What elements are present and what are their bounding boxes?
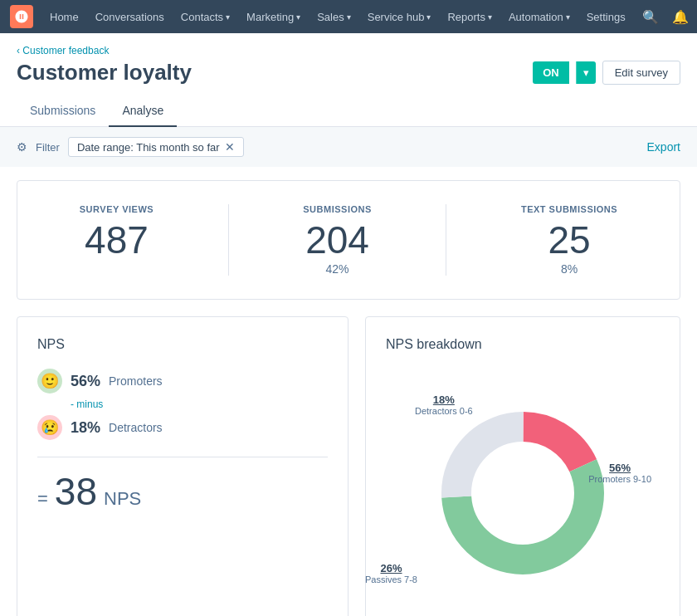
nav-contacts[interactable]: Contacts▾ [174, 0, 236, 33]
nps-card-title: NPS [37, 337, 328, 352]
nav-service-hub[interactable]: Service hub▾ [361, 0, 438, 33]
edit-survey-button[interactable]: Edit survey [602, 61, 680, 85]
page-title: Customer loyalty [17, 60, 192, 86]
detractor-label: Detractors [109, 421, 163, 434]
stat-submissions-value: 204 [303, 221, 372, 259]
stat-text-submissions-sub: 8% [521, 262, 617, 276]
promoter-emoji: 🙂 [37, 369, 62, 394]
detractor-percent: 18% [71, 419, 100, 437]
promoters-label: 56% Promoters 9-10 [588, 462, 651, 484]
bottom-row: NPS 🙂 56% Promoters - minus 😢 18% Detrac… [17, 316, 680, 616]
nav-marketing[interactable]: Marketing▾ [240, 0, 307, 33]
donut-chart [431, 402, 614, 584]
detractor-emoji: 😢 [37, 415, 62, 440]
tab-submissions[interactable]: Submissions [17, 95, 109, 127]
filter-tag-text: Date range: This month so far [77, 141, 220, 154]
stat-survey-views-label: SURVEY VIEWS [80, 204, 154, 214]
nps-divider [37, 457, 328, 457]
toggle-on-button[interactable]: ON [533, 61, 569, 84]
promoters-pct: 56% [588, 462, 651, 474]
page-content: Customer feedback Customer loyalty ON ▾ … [0, 33, 697, 616]
promoter-percent: 56% [71, 373, 100, 390]
stat-submissions-sub: 42% [303, 262, 372, 276]
stat-text-submissions: TEXT SUBMISSIONS 25 8% [521, 204, 617, 276]
filter-icon[interactable]: ⚙ [17, 140, 27, 154]
passives-desc: Passives 7-8 [365, 574, 417, 584]
hubspot-logo[interactable] [10, 5, 33, 28]
promoter-label: Promoters [109, 374, 163, 388]
stat-text-submissions-value: 25 [521, 221, 617, 259]
stat-survey-views: SURVEY VIEWS 487 [80, 204, 154, 259]
nav-conversations[interactable]: Conversations [89, 0, 171, 33]
nps-label: NPS [104, 488, 141, 510]
passives-label: 26% Passives 7-8 [365, 562, 417, 584]
toggle-dropdown-button[interactable]: ▾ [576, 61, 596, 84]
promoters-desc: Promoters 9-10 [588, 474, 651, 484]
filter-left: ⚙ Filter Date range: This month so far ✕ [17, 137, 244, 157]
nps-breakdown-card: NPS breakdown [365, 316, 680, 616]
passives-pct: 26% [365, 562, 417, 574]
nav-home[interactable]: Home [43, 0, 85, 33]
nps-equals-sign: = [37, 488, 48, 510]
stat-submissions-label: SUBMISSIONS [303, 204, 372, 214]
minus-text: - minus [71, 398, 103, 410]
main-content: SURVEY VIEWS 487 SUBMISSIONS 204 42% TEX… [0, 167, 697, 616]
nav-sales[interactable]: Sales▾ [310, 0, 358, 33]
nps-breakdown-title: NPS breakdown [386, 337, 660, 352]
nav-automation[interactable]: Automation▾ [502, 0, 577, 33]
donut-chart-container: 18% Detractors 0-6 26% Passives 7-8 56% … [386, 369, 660, 601]
stat-survey-views-value: 487 [80, 221, 154, 259]
detractors-desc: Detractors 0-6 [415, 406, 473, 416]
filter-tag-close-icon[interactable]: ✕ [225, 140, 235, 154]
filter-bar: ⚙ Filter Date range: This month so far ✕… [0, 127, 697, 167]
filter-label[interactable]: Filter [36, 141, 60, 154]
page-header: Customer loyalty ON ▾ Edit survey [0, 56, 697, 86]
breadcrumb: Customer feedback [0, 33, 697, 56]
search-icon[interactable]: 🔍 [639, 6, 662, 28]
stat-divider-2 [446, 204, 446, 276]
notifications-icon[interactable]: 🔔 [669, 6, 692, 28]
stat-text-submissions-label: TEXT SUBMISSIONS [521, 204, 617, 214]
nps-score: 38 [55, 469, 97, 514]
nps-promoter-row: 🙂 56% Promoters [37, 369, 328, 394]
detractors-label: 18% Detractors 0-6 [415, 394, 473, 416]
nav-settings[interactable]: Settings [580, 0, 632, 33]
breadcrumb-link[interactable]: Customer feedback [17, 45, 109, 56]
nps-card: NPS 🙂 56% Promoters - minus 😢 18% Detrac… [17, 316, 348, 616]
tab-analyse[interactable]: Analyse [109, 95, 177, 127]
stat-submissions: SUBMISSIONS 204 42% [303, 204, 372, 276]
nps-detractor-row: 😢 18% Detractors [37, 415, 328, 440]
nps-minus-row: - minus [71, 398, 328, 410]
export-button[interactable]: Export [647, 140, 680, 154]
top-navigation: Home Conversations Contacts▾ Marketing▾ … [0, 0, 697, 33]
stats-card: SURVEY VIEWS 487 SUBMISSIONS 204 42% TEX… [17, 180, 680, 300]
tabs-bar: Submissions Analyse [0, 95, 697, 127]
nav-reports[interactable]: Reports▾ [441, 0, 499, 33]
header-actions: ON ▾ Edit survey [533, 61, 680, 85]
stat-divider-1 [228, 204, 229, 276]
filter-tag[interactable]: Date range: This month so far ✕ [68, 137, 244, 157]
detractors-pct: 18% [415, 394, 473, 406]
nps-rows: 🙂 56% Promoters - minus 😢 18% Detractors [37, 369, 328, 440]
nps-total: = 38 NPS [37, 469, 328, 514]
